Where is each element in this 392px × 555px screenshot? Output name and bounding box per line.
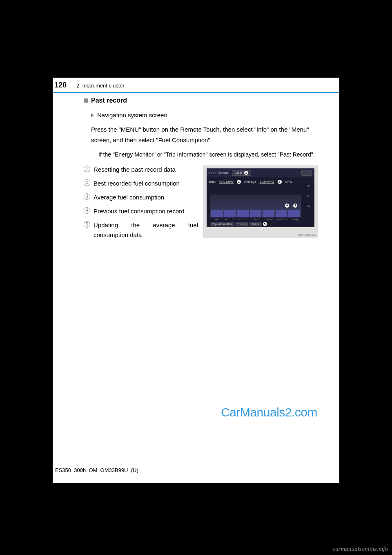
- chart-bar: [224, 210, 236, 217]
- document-code: ES350_300h_OM_OM33B99U_(U): [55, 467, 138, 473]
- chart-bar: [263, 210, 274, 217]
- sub-heading-text: Navigation system screen: [97, 112, 167, 119]
- energy-tab: Energy: [235, 222, 248, 226]
- instruction-paragraph: Press the "MENU" button on the Remote To…: [91, 124, 320, 145]
- screenshot-header: Past Record Clear 1 ⤶: [207, 168, 314, 177]
- list-item: 2 Best recorded fuel consumption: [84, 179, 198, 188]
- chart-bar: [288, 210, 300, 217]
- list-item-text: Resetting the past record data: [94, 165, 198, 175]
- note-paragraph: If the "Energy Monitor" or "Trip Informa…: [98, 150, 320, 160]
- sub-heading-row: Navigation system screen: [91, 112, 320, 119]
- page-content: Past record Navigation system screen Pre…: [53, 93, 339, 244]
- screenshot-values: Best 46.0 MPG 2 Average 34.0 MPG 3 MPG: [207, 177, 314, 186]
- chart-bar: [250, 210, 262, 217]
- clear-button: Clear 1: [232, 170, 251, 176]
- section-title: 2. Instrument cluster: [76, 83, 125, 89]
- list-item-text: Best recorded fuel consumption: [94, 179, 198, 188]
- avg-label: Average: [244, 180, 256, 184]
- list-item: 3 Average fuel consumption: [84, 192, 198, 202]
- circled-number-icon: 4: [84, 207, 90, 214]
- screenshot-y-axis: 90 60 30 0: [302, 185, 311, 217]
- list-item-text: Updating the average fuel consumption da…: [94, 220, 198, 240]
- best-label: Best: [209, 180, 216, 184]
- circled-number-icon: 5: [84, 221, 90, 228]
- list-item: 1 Resetting the past record data: [84, 165, 198, 175]
- unit-label: MPG: [285, 180, 292, 184]
- best-value: 46.0 MPG: [219, 180, 234, 184]
- chart-bar: [237, 210, 249, 217]
- screenshot-title: Past Record: [209, 171, 229, 175]
- callout-1-icon: 1: [244, 171, 248, 175]
- callout-5-icon: 5: [263, 222, 267, 226]
- avg-value: 34.0 MPG: [260, 180, 274, 184]
- back-button: ⤶: [301, 170, 312, 176]
- two-column-layout: 1 Resetting the past record data 2 Best …: [84, 165, 320, 244]
- chart-bar: [276, 210, 287, 217]
- screenshot-column: Past Record Clear 1 ⤶ Best 46.0 MPG 2: [203, 165, 320, 244]
- heading-row: Past record: [84, 97, 320, 104]
- circled-number-icon: 2: [84, 179, 90, 186]
- callout-4-icon: 4: [285, 204, 289, 208]
- screenshot-footer: Trip Information Energy Update 5: [210, 222, 311, 226]
- list-item-text: Average fuel consumption: [94, 192, 198, 202]
- list-item-text: Previous fuel consumption record: [94, 206, 198, 216]
- trip-info-tab: Trip Information: [210, 222, 234, 226]
- callout-3b-icon: 3: [293, 204, 297, 208]
- triangle-right-icon: [91, 113, 94, 117]
- square-bullet-icon: [84, 98, 88, 103]
- callout-2-icon: 2: [237, 180, 241, 184]
- image-code: IID2CT068US: [298, 233, 316, 236]
- nav-system-screenshot: Past Record Clear 1 ⤶ Best 46.0 MPG 2: [203, 165, 318, 237]
- circled-number-icon: 1: [84, 166, 90, 172]
- chart-bar: [211, 210, 223, 217]
- update-tab: Update: [249, 222, 262, 226]
- screenshot-x-axis: Start 01/01/13 01/01/13 01/01/13 01/01/1…: [210, 218, 301, 221]
- bottom-watermark: carmanualsonline.info: [333, 546, 388, 553]
- list-item: 5 Updating the average fuel consumption …: [84, 220, 198, 240]
- callout-3-icon: 3: [278, 180, 282, 184]
- list-item: 4 Previous fuel consumption record: [84, 206, 198, 216]
- page-number: 120: [54, 81, 67, 90]
- page-header: 120 2. Instrument cluster: [53, 78, 339, 90]
- heading-text: Past record: [91, 97, 127, 104]
- manual-page: 120 2. Instrument cluster Past record Na…: [53, 78, 339, 483]
- numbered-list: 1 Resetting the past record data 2 Best …: [84, 165, 198, 244]
- screenshot-inner: Past Record Clear 1 ⤶ Best 46.0 MPG 2: [207, 168, 314, 227]
- watermark: CarManuals2.com: [221, 405, 317, 419]
- circled-number-icon: 3: [84, 193, 90, 200]
